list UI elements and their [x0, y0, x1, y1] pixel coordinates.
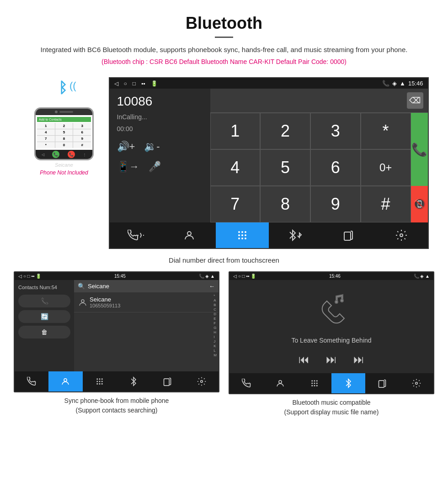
- key-star[interactable]: *: [361, 113, 411, 149]
- next-track-btn[interactable]: ⏭: [353, 353, 364, 366]
- cs-nav-bluetooth[interactable]: [117, 371, 150, 391]
- nav-bluetooth[interactable]: [269, 222, 322, 248]
- svg-point-38: [415, 382, 417, 385]
- music-screen-column: ◁ ○ □ ▪▪ 🔋 15:46 📞 ◈ ▲ To: [229, 271, 434, 417]
- search-icon: 🔍: [78, 283, 85, 290]
- svg-point-2: [241, 231, 243, 233]
- ms-nav-phone[interactable]: [229, 373, 263, 393]
- phone-key-5: 5: [55, 129, 73, 135]
- ms-nav-dialpad[interactable]: [298, 373, 331, 393]
- contacts-screen: ◁ ○ □ ▪▪ 🔋 15:45 📞 ◈ ▲ Contacts Num:54 📞…: [14, 271, 219, 392]
- contacts-nav-bar: [15, 371, 219, 391]
- contact-item[interactable]: Seicane 10655059113: [74, 292, 219, 312]
- phone-key-star: *: [37, 142, 55, 148]
- song-title: To Leave Something Behind: [291, 337, 371, 344]
- nav-dialpad[interactable]: [216, 222, 269, 248]
- cs-nav-settings[interactable]: [185, 371, 219, 391]
- cs-nav-contacts[interactable]: [48, 371, 82, 391]
- nav-contacts[interactable]: [163, 222, 216, 248]
- key-5[interactable]: 5: [260, 149, 310, 186]
- svg-point-29: [314, 380, 315, 381]
- svg-point-33: [316, 383, 318, 384]
- svg-point-13: [64, 379, 67, 381]
- phone-dialpad: 1 2 3 4 5 6 7 8 9 * 0 #: [37, 123, 91, 148]
- svg-point-36: [316, 385, 318, 386]
- header-specs: (Bluetooth chip : CSR BC6 Default Blueto…: [9, 58, 439, 65]
- nav-settings[interactable]: [375, 222, 428, 248]
- phone-key-1: 1: [37, 123, 55, 129]
- delete-action-btn[interactable]: 🗑: [18, 326, 70, 338]
- contacts-right-panel: 🔍 Seicane ← Seicane 10655059113: [74, 280, 219, 371]
- music-status-bar: ◁ ○ □ ▪▪ 🔋 15:46 📞 ◈ ▲: [229, 272, 433, 280]
- contacts-body: Contacts Num:54 📞 🔄 🗑 🔍 Seicane ←: [15, 280, 219, 371]
- nav-phone[interactable]: [110, 222, 163, 248]
- key-7[interactable]: 7: [210, 186, 261, 222]
- svg-point-19: [101, 381, 103, 382]
- mute-icon[interactable]: 🎤: [149, 161, 161, 173]
- status-bar-right: 📞 ◈ ▲ 15:46: [382, 80, 423, 87]
- page-title: Bluetooth: [9, 14, 439, 33]
- phone-screen-header: Add to Contacts: [37, 117, 91, 122]
- phone-key-4: 4: [37, 129, 55, 135]
- svg-point-30: [316, 380, 318, 381]
- phone-back-icon: ◁: [42, 153, 44, 157]
- key-9[interactable]: 9: [310, 186, 361, 222]
- ms-nav-transfer[interactable]: [365, 373, 399, 393]
- cs-nav-phone[interactable]: [15, 371, 48, 391]
- svg-point-3: [245, 231, 246, 233]
- nav-transfer[interactable]: [322, 222, 375, 248]
- svg-point-11: [400, 234, 403, 237]
- key-0plus[interactable]: 0+: [361, 149, 411, 186]
- title-divider: [215, 37, 233, 38]
- svg-point-28: [311, 380, 313, 381]
- header-description: Integrated with BC6 Bluetooth module, su…: [9, 44, 439, 55]
- car-head-unit-screen: ◁ ○ □ ▪▪ 🔋 📞 ◈ ▲ 15:46 10086 InCalling..…: [109, 77, 429, 249]
- contacts-status-bar: ◁ ○ □ ▪▪ 🔋 15:45 📞 ◈ ▲: [15, 272, 219, 280]
- contacts-caption: Sync phone-book from mobile phone (Suppo…: [14, 396, 219, 415]
- ms-nav-settings[interactable]: [400, 373, 433, 393]
- sync-action-btn[interactable]: 🔄: [18, 310, 70, 323]
- prev-track-btn[interactable]: ⏮: [299, 353, 309, 366]
- key-4[interactable]: 4: [210, 149, 261, 186]
- phone-key-0: 0: [55, 142, 73, 148]
- phone-mockup-column: (( ᛒ Add to Contacts 1 2 3 4 5 6: [20, 77, 109, 176]
- bluetooth-icon-area: (( ᛒ: [46, 77, 82, 105]
- svg-point-12: [81, 300, 84, 302]
- svg-point-35: [314, 385, 315, 386]
- play-pause-btn[interactable]: ⏭: [326, 353, 337, 366]
- home-nav-icon: ○: [124, 80, 127, 87]
- phone-key-2: 2: [55, 123, 73, 129]
- phone-end-button[interactable]: 📞: [68, 151, 75, 158]
- key-hash[interactable]: #: [361, 186, 411, 222]
- end-call-button[interactable]: 📵: [411, 186, 428, 222]
- svg-rect-23: [164, 379, 170, 386]
- svg-point-31: [311, 383, 313, 384]
- ms-nav-contacts[interactable]: [263, 373, 297, 393]
- backspace-button[interactable]: ⌫: [407, 92, 423, 109]
- svg-point-25: [335, 301, 338, 303]
- key-8[interactable]: 8: [260, 186, 310, 222]
- phone-speaker: [59, 111, 73, 113]
- cs-status-icons: 📞 ◈ ▲: [199, 274, 215, 279]
- ms-time: 15:46: [329, 274, 341, 279]
- cs-nav-dialpad[interactable]: [83, 371, 117, 391]
- add-contacts-label: Add to Contacts: [39, 118, 62, 121]
- phone-call-button[interactable]: 📞: [52, 151, 59, 158]
- back-nav-icon: ◁: [114, 80, 118, 87]
- call-action-btn[interactable]: 📞: [18, 295, 70, 307]
- main-screenshot-area: (( ᛒ Add to Contacts 1 2 3 4 5 6: [0, 77, 448, 249]
- battery-icon: 🔋: [151, 80, 158, 87]
- volume-down-icon[interactable]: 🔉-: [144, 141, 160, 153]
- volume-up-icon[interactable]: 🔊+: [117, 141, 135, 153]
- key-6[interactable]: 6: [310, 149, 361, 186]
- transfer-call-icon[interactable]: 📱→: [117, 161, 139, 173]
- key-3[interactable]: 3: [310, 113, 361, 149]
- ms-nav-bluetooth[interactable]: [331, 373, 365, 393]
- key-1[interactable]: 1: [210, 113, 261, 149]
- search-back-icon: ←: [209, 283, 215, 290]
- cs-nav-transfer[interactable]: [150, 371, 184, 391]
- music-caption: Bluetooth music compatible (Support disp…: [229, 398, 434, 417]
- key-2[interactable]: 2: [260, 113, 310, 149]
- search-input-display[interactable]: Seicane: [88, 283, 109, 290]
- call-button[interactable]: 📞: [411, 113, 428, 186]
